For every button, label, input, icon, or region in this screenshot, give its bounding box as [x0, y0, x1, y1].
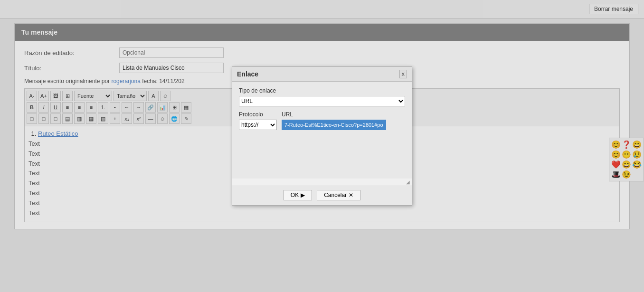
modal-overlay: Enlace x Tipo de enlace URL Protocolo ht… — [0, 0, 644, 234]
url-input[interactable] — [282, 120, 386, 130]
link-type-select[interactable]: URL — [239, 96, 405, 106]
enlace-modal: Enlace x Tipo de enlace URL Protocolo ht… — [232, 66, 412, 206]
modal-cancel-button[interactable]: Cancelar ✕ — [317, 190, 360, 200]
modal-ok-button[interactable]: OK ▶ — [284, 190, 312, 200]
link-type-label: Tipo de enlace — [239, 87, 405, 94]
modal-spacer — [239, 135, 405, 173]
protocol-select[interactable]: https:// — [239, 120, 277, 130]
modal-footer: OK ▶ Cancelar ✕ — [232, 186, 412, 205]
cancel-x-icon: ✕ — [349, 192, 353, 198]
url-label: URL — [282, 111, 386, 118]
protocol-label: Protocolo — [239, 111, 277, 118]
modal-title: Enlace — [237, 70, 258, 78]
modal-header: Enlace x — [232, 67, 412, 82]
url-col: URL — [282, 111, 386, 130]
protocol-url-row: Protocolo https:// URL — [239, 111, 405, 130]
modal-body: Tipo de enlace URL Protocolo https:// UR… — [232, 82, 412, 179]
modal-resize-handle[interactable]: ◢ — [232, 179, 412, 186]
ok-arrow-icon: ▶ — [301, 192, 305, 198]
protocol-col: Protocolo https:// — [239, 111, 277, 130]
link-type-section: Tipo de enlace URL — [239, 87, 405, 111]
modal-close-btn[interactable]: x — [399, 70, 407, 78]
